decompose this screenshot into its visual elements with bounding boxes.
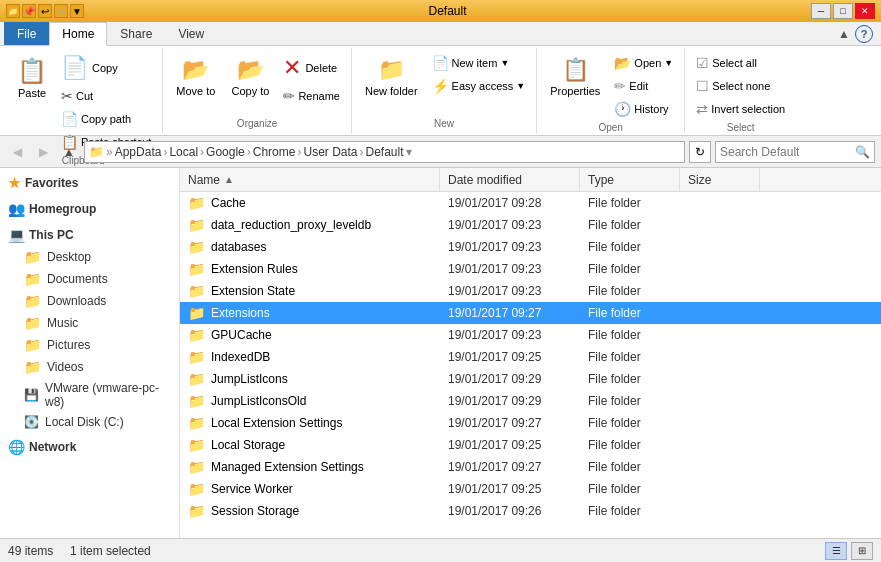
history-button[interactable]: 🕐 History <box>609 98 678 120</box>
thispc-icon: 💻 <box>8 227 25 243</box>
open-group: 📋 Properties 📂 Open ▼ ✏ Edit 🕐 History <box>537 48 685 133</box>
rename-button[interactable]: ✏ Rename <box>278 85 345 107</box>
ribbon-collapse-btn[interactable]: ▲ <box>833 23 855 45</box>
move-to-button[interactable]: 📂 Move to <box>169 52 222 116</box>
sidebar-item-pictures[interactable]: 📁 Pictures <box>0 334 179 356</box>
folder-icon-sm: 📁 <box>188 239 205 255</box>
thispc-header[interactable]: 💻 This PC <box>0 224 179 246</box>
table-row[interactable]: 📁 Extension State 19/01/2017 09:23 File … <box>180 280 881 302</box>
col-header-type[interactable]: Type <box>580 168 680 191</box>
table-row[interactable]: 📁 Local Storage 19/01/2017 09:25 File fo… <box>180 434 881 456</box>
path-local[interactable]: Local <box>169 145 198 159</box>
col-header-name[interactable]: Name ▲ <box>180 168 440 191</box>
dropdown-icon[interactable]: ▼ <box>70 4 84 18</box>
search-icon: 🔍 <box>855 145 870 159</box>
copy-path-icon: 📄 <box>61 111 78 127</box>
close-button[interactable]: ✕ <box>855 3 875 19</box>
file-date: 19/01/2017 09:27 <box>440 414 580 432</box>
view-details-btn[interactable]: ☰ <box>825 542 847 560</box>
copy-to-button[interactable]: 📂 Copy to <box>224 52 276 116</box>
table-row[interactable]: 📁 GPUCache 19/01/2017 09:23 File folder <box>180 324 881 346</box>
copy-button[interactable]: 📄 Copy <box>56 52 156 84</box>
folder-icon: 📁 <box>24 315 41 331</box>
localdisk-label: Local Disk (C:) <box>45 415 124 429</box>
new-group: 📁 New folder 📄 New item ▼ ⚡ Easy access … <box>352 48 537 133</box>
clipboard-col: 📄 Copy ✂ Cut 📄 Copy path 📋 Paste shortcu… <box>56 52 156 153</box>
col-header-size[interactable]: Size <box>680 168 760 191</box>
back-button[interactable]: ◀ <box>6 141 28 163</box>
table-row[interactable]: 📁 Local Extension Settings 19/01/2017 09… <box>180 412 881 434</box>
favorites-header[interactable]: ★ Favorites <box>0 172 179 194</box>
new-folder-button[interactable]: 📁 New folder <box>358 52 425 116</box>
path-default[interactable]: Default <box>366 145 404 159</box>
open-icon: 📂 <box>614 55 631 71</box>
new-item-button[interactable]: 📄 New item ▼ <box>427 52 531 74</box>
select-none-button[interactable]: ☐ Select none <box>691 75 790 97</box>
file-name: 📁 Extension Rules <box>180 259 440 279</box>
folder-icon-sm: 📁 <box>188 305 205 321</box>
sidebar-item-videos[interactable]: 📁 Videos <box>0 356 179 378</box>
table-row[interactable]: 📁 JumpListIcons 19/01/2017 09:29 File fo… <box>180 368 881 390</box>
path-appdata[interactable]: AppData <box>115 145 162 159</box>
quick-access-icon[interactable]: 📌 <box>22 4 36 18</box>
sidebar-item-music[interactable]: 📁 Music <box>0 312 179 334</box>
sidebar-item-desktop[interactable]: 📁 Desktop <box>0 246 179 268</box>
sidebar-item-documents[interactable]: 📁 Documents <box>0 268 179 290</box>
easy-access-button[interactable]: ⚡ Easy access ▼ <box>427 75 531 97</box>
homegroup-section: 👥 Homegroup <box>0 198 179 220</box>
status-right: ☰ ⊞ <box>825 542 873 560</box>
file-type: File folder <box>580 304 680 322</box>
table-row[interactable]: 📁 data_reduction_proxy_leveldb 19/01/201… <box>180 214 881 236</box>
delete-button[interactable]: ✕ Delete <box>278 52 345 84</box>
properties-button[interactable]: 📋 Properties <box>543 52 607 120</box>
undo-icon[interactable]: ↩ <box>38 4 52 18</box>
up-button[interactable]: ▲ <box>58 141 80 163</box>
new-label: New <box>434 116 454 129</box>
path-google[interactable]: Google <box>206 145 245 159</box>
path-userdata[interactable]: User Data <box>303 145 357 159</box>
homegroup-header[interactable]: 👥 Homegroup <box>0 198 179 220</box>
sidebar-item-vmware[interactable]: 💾 VMware (vmware-pc-w8) <box>0 378 179 412</box>
pictures-label: Pictures <box>47 338 90 352</box>
table-row[interactable]: 📁 Managed Extension Settings 19/01/2017 … <box>180 456 881 478</box>
invert-selection-button[interactable]: ⇄ Invert selection <box>691 98 790 120</box>
network-header[interactable]: 🌐 Network <box>0 436 179 458</box>
address-path[interactable]: 📁 » AppData › Local › Google › Chrome › … <box>84 141 685 163</box>
path-chrome[interactable]: Chrome <box>253 145 296 159</box>
refresh-button[interactable]: ↻ <box>689 141 711 163</box>
network-icon: 🌐 <box>8 439 25 455</box>
col-header-modified[interactable]: Date modified <box>440 168 580 191</box>
search-input[interactable] <box>720 145 855 159</box>
table-row[interactable]: 📁 Extensions 19/01/2017 09:27 File folde… <box>180 302 881 324</box>
view-large-btn[interactable]: ⊞ <box>851 542 873 560</box>
forward-button[interactable]: ▶ <box>32 141 54 163</box>
file-size <box>680 267 760 271</box>
cut-button[interactable]: ✂ Cut <box>56 85 156 107</box>
table-row[interactable]: 📁 Service Worker 19/01/2017 09:25 File f… <box>180 478 881 500</box>
maximize-button[interactable]: □ <box>833 3 853 19</box>
table-row[interactable]: 📁 JumpListIconsOld 19/01/2017 09:29 File… <box>180 390 881 412</box>
edit-button[interactable]: ✏ Edit <box>609 75 678 97</box>
search-box[interactable]: 🔍 <box>715 141 875 163</box>
tab-view[interactable]: View <box>165 22 217 45</box>
open-button[interactable]: 📂 Open ▼ <box>609 52 678 74</box>
sidebar-item-localdisk[interactable]: 💽 Local Disk (C:) <box>0 412 179 432</box>
paste-button[interactable]: 📋 Paste <box>10 52 54 153</box>
help-btn[interactable]: ? <box>855 25 873 43</box>
redo-icon[interactable]: ↪ <box>54 4 68 18</box>
tab-home[interactable]: Home <box>49 22 107 46</box>
table-row[interactable]: 📁 databases 19/01/2017 09:23 File folder <box>180 236 881 258</box>
table-row[interactable]: 📁 Extension Rules 19/01/2017 09:23 File … <box>180 258 881 280</box>
sidebar-item-downloads[interactable]: 📁 Downloads <box>0 290 179 312</box>
table-row[interactable]: 📁 Cache 19/01/2017 09:28 File folder <box>180 192 881 214</box>
table-row[interactable]: 📁 IndexedDB 19/01/2017 09:25 File folder <box>180 346 881 368</box>
select-all-button[interactable]: ☑ Select all <box>691 52 790 74</box>
minimize-button[interactable]: ─ <box>811 3 831 19</box>
folder-icon-sm: 📁 <box>188 349 205 365</box>
table-row[interactable]: 📁 Session Storage 19/01/2017 09:26 File … <box>180 500 881 522</box>
copy-path-button[interactable]: 📄 Copy path <box>56 108 156 130</box>
organize-group: 📂 Move to 📂 Copy to ✕ Delete ✏ Rename Or… <box>163 48 352 133</box>
tab-share[interactable]: Share <box>107 22 165 45</box>
tab-file[interactable]: File <box>4 22 49 45</box>
edit-icon: ✏ <box>614 78 626 94</box>
